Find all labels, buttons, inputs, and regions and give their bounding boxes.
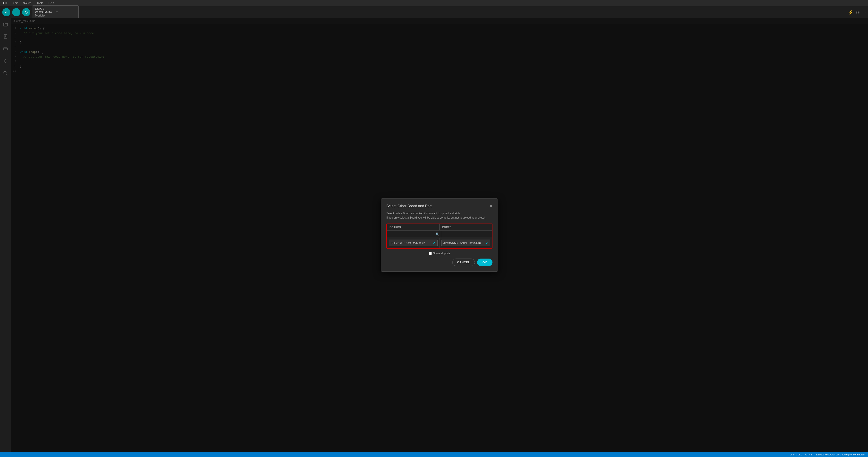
ports-column-header: PORTS [440,224,492,230]
sidebar-sketchbook-icon[interactable] [1,32,9,41]
board-select-value: ESP32-WROOM-DA Module [391,241,425,245]
encoding: UTF-8 [805,453,812,456]
board-select[interactable]: ESP32-WROOM-DA Module ✓ [389,239,438,246]
board-port-panel: BOARDS PORTS esp32 da modu 🔍 ESP [386,224,493,249]
ports-search-placeholder [442,231,492,237]
port-select-col: /dev/ttyUSB0 Serial Port (USB) ✓ [440,238,492,248]
toolbar: ✓ → ESP32-WROOM-DA Module ▾ ⚡ ◎ ··· [0,6,868,18]
sidebar-debug-icon[interactable] [1,57,9,65]
board-search-container: esp32 da modu 🔍 [387,231,442,237]
board-check-icon: ✓ [433,241,436,245]
more-options-icon[interactable]: ··· [862,10,866,15]
main-area: sketch_may1a.ino 1 void setup() { 2 // p… [0,18,868,452]
show-all-ports-label: Show all ports [433,252,450,255]
menu-file[interactable]: File [2,1,8,5]
port-select[interactable]: /dev/ttyUSB0 Serial Port (USB) ✓ [441,239,491,246]
dialog-overlay: Select Other Board and Port ✕ Select bot… [11,18,868,452]
dialog-description: Select both a Board and a Port if you wa… [386,211,493,220]
sidebar-boards-icon[interactable] [1,45,9,53]
svg-point-9 [5,49,6,49]
sidebar [0,18,11,452]
search-icon: 🔍 [436,232,439,236]
menu-bar: File Edit Sketch Tools Help [0,0,868,6]
chevron-down-icon: ▾ [56,10,75,14]
select-board-port-dialog: Select Other Board and Port ✕ Select bot… [381,198,498,272]
menu-help[interactable]: Help [48,1,55,5]
svg-line-17 [6,74,7,75]
toolbar-right: ⚡ ◎ ··· [848,10,866,15]
verify-button[interactable]: ✓ [2,8,10,16]
board-port-select-row: ESP32-WROOM-DA Module ✓ /dev/ttyUSB0 Ser… [387,238,492,248]
menu-sketch[interactable]: Sketch [22,1,32,5]
dialog-close-button[interactable]: ✕ [489,204,493,208]
status-bar: Ln 5, Col 1 UTF-8 ESP32-WROOM-DA Module … [0,452,868,457]
cursor-position: Ln 5, Col 1 [789,453,802,456]
board-selector-label: ESP32-WROOM-DA Module [35,7,55,17]
dialog-title: Select Other Board and Port [386,204,432,208]
board-search-row: esp32 da modu 🔍 [387,231,492,238]
menu-edit[interactable]: Edit [12,1,19,5]
svg-point-16 [4,72,6,74]
board-port-header-row: BOARDS PORTS [387,224,492,231]
svg-point-0 [25,11,27,13]
cancel-button[interactable]: CANCEL [452,259,475,266]
menu-tools[interactable]: Tools [36,1,44,5]
show-all-ports-checkbox[interactable] [429,252,432,255]
sidebar-search-icon[interactable] [1,69,9,77]
dialog-buttons: CANCEL OK [386,259,493,266]
svg-point-11 [4,60,6,62]
status-bar-right: Ln 5, Col 1 UTF-8 ESP32-WROOM-DA Module … [789,453,865,456]
debug-button[interactable] [22,8,30,16]
ok-button[interactable]: OK [477,259,493,266]
upload-button[interactable]: → [12,8,20,16]
svg-point-8 [4,49,4,49]
serial-monitor-icon[interactable]: ◎ [856,10,860,15]
board-search-input[interactable]: esp32 da modu [389,231,434,237]
port-check-icon: ✓ [486,241,488,245]
board-selector[interactable]: ESP32-WROOM-DA Module ▾ [32,5,79,19]
serial-plotter-icon[interactable]: ⚡ [848,10,853,15]
svg-point-10 [6,49,7,49]
board-select-col: ESP32-WROOM-DA Module ✓ [387,238,440,248]
boards-column-header: BOARDS [387,224,440,230]
board-status: ESP32-WROOM-DA Module [not connected] [816,453,865,456]
port-select-value: /dev/ttyUSB0 Serial Port (USB) [443,241,481,245]
editor-area: sketch_may1a.ino 1 void setup() { 2 // p… [11,18,868,452]
dialog-header: Select Other Board and Port ✕ [386,204,493,208]
show-all-ports-row: Show all ports [386,252,493,255]
sidebar-folder-icon[interactable] [1,20,9,28]
